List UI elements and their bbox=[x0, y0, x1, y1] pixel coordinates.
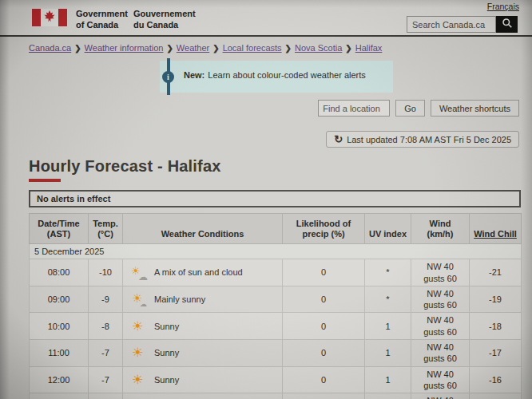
last-updated-text: Last updated 7:08 AM AST Fri 5 Dec 2025 bbox=[347, 135, 511, 144]
title-underline bbox=[29, 179, 61, 182]
breadcrumb-nova-scotia[interactable]: Nova Scotia bbox=[295, 43, 342, 53]
breadcrumb-separator: ❯ bbox=[285, 44, 292, 53]
breadcrumb-separator: ❯ bbox=[166, 44, 173, 53]
condition-text: A mix of sun and cloud bbox=[154, 267, 243, 278]
time-cell: 13:00 bbox=[30, 393, 89, 399]
temp-cell: -7 bbox=[89, 340, 123, 367]
precip-cell: 0 bbox=[283, 259, 365, 286]
location-bar: Go Weather shortcuts bbox=[0, 100, 519, 117]
col-conditions: Weather Conditions bbox=[123, 214, 283, 244]
government-of-canada-label: Government of Canada bbox=[76, 9, 128, 31]
banner-text: Learn about colour-coded weather alerts bbox=[208, 70, 366, 80]
search-icon bbox=[502, 18, 513, 31]
temp-cell: -6 bbox=[89, 393, 123, 399]
wind-chill-cell: -21 bbox=[470, 259, 522, 286]
col-wind: Wind (km/h) bbox=[411, 214, 470, 244]
precip-cell: 0 bbox=[283, 313, 365, 340]
breadcrumb-weather[interactable]: Weather bbox=[177, 43, 209, 53]
breadcrumb-separator: ❯ bbox=[212, 44, 219, 53]
go-button[interactable]: Go bbox=[395, 100, 425, 117]
wind-chill-cell: -19 bbox=[470, 286, 522, 313]
site-search bbox=[407, 16, 518, 33]
search-input[interactable] bbox=[407, 16, 496, 33]
search-button[interactable] bbox=[496, 16, 518, 33]
find-location-input[interactable] bbox=[318, 100, 390, 117]
time-cell: 11:00 bbox=[30, 340, 89, 367]
col-date-time: Date/Time (AST) bbox=[30, 214, 89, 244]
precip-cell: 0 bbox=[283, 393, 365, 399]
uv-cell: 1 bbox=[365, 366, 411, 393]
banner-new-label: New: bbox=[184, 70, 204, 80]
uv-cell: 1 bbox=[365, 313, 411, 340]
wind-chill-cell: -18 bbox=[470, 313, 522, 340]
condition-text: Sunny bbox=[154, 321, 179, 332]
precip-cell: 0 bbox=[283, 366, 365, 393]
precip-cell: 0 bbox=[283, 286, 365, 313]
condition-text: Sunny bbox=[154, 347, 179, 358]
time-cell: 10:00 bbox=[30, 313, 89, 340]
government-header: Government of Canada Gouvernement du Can… bbox=[0, 0, 532, 37]
breadcrumb-weather-information[interactable]: Weather information bbox=[85, 43, 164, 53]
breadcrumb-separator: ❯ bbox=[74, 44, 81, 53]
hourly-forecast-table: Date/Time (AST) Temp. (°C) Weather Condi… bbox=[29, 213, 522, 399]
page-title: Hourly Forecast - Halifax bbox=[29, 157, 532, 176]
table-row: 12:00 -7 ☀Sunny 0 1 NW 40 gusts 60 -16 bbox=[30, 366, 522, 393]
temp-cell: -9 bbox=[89, 286, 123, 313]
uv-cell: 1 bbox=[365, 340, 411, 367]
sun-small-cloud-icon: ☀☁ bbox=[130, 292, 148, 306]
breadcrumb-canada-ca[interactable]: Canada.ca bbox=[29, 43, 71, 53]
wind-cell: NW 40 gusts 60 bbox=[411, 393, 470, 399]
time-cell: 08:00 bbox=[30, 259, 89, 286]
temp-cell: -10 bbox=[89, 259, 123, 286]
gouvernement-du-canada-label: Gouvernement du Canada bbox=[133, 9, 196, 31]
last-updated-row: ↻ Last updated 7:08 AM AST Fri 5 Dec 202… bbox=[0, 131, 519, 148]
temp-cell: -7 bbox=[89, 366, 123, 393]
breadcrumb-separator: ❯ bbox=[345, 44, 351, 53]
last-updated-button[interactable]: ↻ Last updated 7:08 AM AST Fri 5 Dec 202… bbox=[326, 131, 519, 148]
table-row: 09:00 -9 ☀☁Mainly sunny 0 * NW 40 gusts … bbox=[30, 286, 522, 313]
new-alerts-banner: i New:Learn about colour-coded weather a… bbox=[160, 61, 393, 93]
wind-chill-cell: -17 bbox=[470, 340, 522, 367]
wind-cell: NW 40 gusts 60 bbox=[411, 366, 470, 393]
table-row: 10:00 -8 ☀Sunny 0 1 NW 40 gusts 60 -18 bbox=[30, 313, 522, 340]
uv-cell: * bbox=[365, 286, 411, 313]
weather-gc-page: Government of Canada Gouvernement du Can… bbox=[0, 0, 532, 399]
wind-cell: NW 40 gusts 60 bbox=[411, 259, 470, 286]
col-uv: UV index bbox=[365, 214, 411, 244]
breadcrumb-local-forecasts[interactable]: Local forecasts bbox=[223, 43, 282, 53]
sun-icon: ☀ bbox=[130, 346, 148, 360]
condition-text: Sunny bbox=[154, 374, 179, 385]
table-header-row: Date/Time (AST) Temp. (°C) Weather Condi… bbox=[30, 214, 522, 244]
weather-shortcuts-button[interactable]: Weather shortcuts bbox=[431, 100, 519, 117]
sun-cloud-icon: ☀☁ bbox=[130, 266, 148, 280]
col-wind-chill-link[interactable]: Wind Chill bbox=[470, 214, 522, 244]
table-row: 13:00 -6 ☀Sunny 0 1 NW 40 gusts 60 -16 bbox=[30, 393, 522, 399]
wind-cell: NW 40 gusts 60 bbox=[411, 313, 470, 340]
uv-cell: 1 bbox=[365, 393, 411, 399]
alert-status-box: No alerts in effect bbox=[29, 190, 521, 207]
table-row: 08:00 -10 ☀☁A mix of sun and cloud 0 * N… bbox=[30, 259, 522, 286]
breadcrumb: Canada.ca❯Weather information❯Weather❯Lo… bbox=[0, 37, 532, 53]
condition-text: Mainly sunny bbox=[154, 294, 205, 305]
canada-flag-icon bbox=[32, 9, 67, 30]
col-precip: Likelihood of precip (%) bbox=[283, 214, 365, 244]
table-row: 11:00 -7 ☀Sunny 0 1 NW 40 gusts 60 -17 bbox=[30, 340, 522, 367]
sun-icon: ☀ bbox=[130, 373, 148, 387]
language-toggle-link[interactable]: Français bbox=[487, 2, 519, 11]
time-cell: 09:00 bbox=[30, 286, 89, 313]
breadcrumb-halifax[interactable]: Halifax bbox=[355, 43, 383, 53]
date-group-label: 5 December 2025 bbox=[30, 244, 522, 259]
col-temp: Temp. (°C) bbox=[89, 214, 123, 244]
wind-cell: NW 40 gusts 60 bbox=[411, 340, 470, 367]
wind-chill-cell: -16 bbox=[470, 366, 522, 393]
wind-cell: NW 40 gusts 60 bbox=[411, 286, 470, 313]
info-icon: i bbox=[162, 71, 174, 83]
wind-chill-cell: -16 bbox=[470, 393, 522, 399]
temp-cell: -8 bbox=[89, 313, 123, 340]
time-cell: 12:00 bbox=[30, 366, 89, 393]
banner-message[interactable]: New:Learn about colour-coded weather ale… bbox=[184, 70, 366, 80]
uv-cell: * bbox=[365, 259, 411, 286]
date-group-row: 5 December 2025 bbox=[30, 244, 522, 259]
sun-icon: ☀ bbox=[130, 319, 148, 334]
refresh-icon: ↻ bbox=[334, 134, 343, 144]
